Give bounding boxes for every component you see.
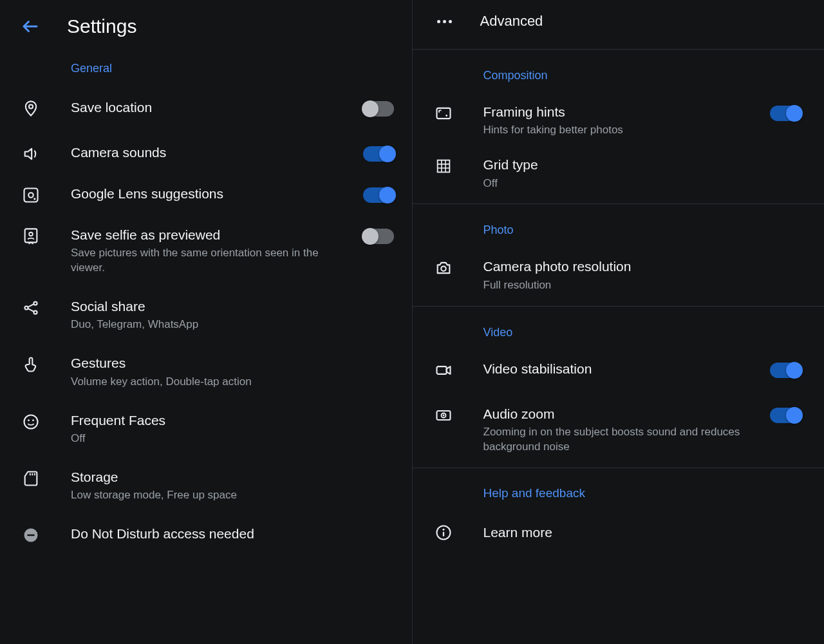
divider xyxy=(413,49,825,50)
row-sub: Low storage mode, Free up space xyxy=(71,488,389,503)
row-title: Social share xyxy=(71,298,389,315)
settings-pane-main: Settings General Save location Camera so… xyxy=(0,0,413,644)
divider xyxy=(413,204,825,204)
svg-point-23 xyxy=(442,529,444,531)
row-gestures[interactable]: Gestures Volume key action, Double-tap a… xyxy=(0,341,412,398)
toggle-camera-sounds[interactable] xyxy=(363,146,394,162)
svg-rect-18 xyxy=(436,366,446,374)
row-title: Save location xyxy=(71,99,348,116)
more-horizontal-icon xyxy=(431,20,452,23)
section-video: Video xyxy=(413,310,825,351)
toggle-framing-hints[interactable] xyxy=(770,106,801,121)
svg-point-10 xyxy=(28,419,30,421)
row-framing-hints[interactable]: Framing hints Hints for taking better ph… xyxy=(413,94,825,147)
audio-zoom-icon xyxy=(435,406,453,424)
sound-icon xyxy=(22,145,40,163)
row-sub: Full resolution xyxy=(483,278,796,293)
row-lens-suggestions[interactable]: Google Lens suggestions xyxy=(0,172,412,213)
row-social-share[interactable]: Social share Duo, Telegram, WhatsApp xyxy=(0,285,412,341)
sd-card-icon xyxy=(22,469,40,488)
row-title: Video stabilisation xyxy=(483,360,755,377)
section-photo: Photo xyxy=(413,208,825,249)
share-icon xyxy=(22,299,40,317)
divider xyxy=(413,306,825,307)
svg-point-17 xyxy=(441,267,445,271)
row-title: Gestures xyxy=(71,354,389,372)
svg-point-7 xyxy=(33,302,37,305)
section-general: General xyxy=(0,58,412,90)
row-sub: Off xyxy=(483,176,796,191)
toggle-save-location[interactable] xyxy=(363,101,394,117)
location-pin-icon xyxy=(22,100,40,118)
info-icon xyxy=(435,524,453,542)
row-title: Do Not Disturb access needed xyxy=(71,525,389,542)
toggle-save-selfie[interactable] xyxy=(363,229,394,244)
svg-rect-16 xyxy=(437,160,449,173)
svg-point-3 xyxy=(33,198,35,200)
svg-point-21 xyxy=(442,414,444,416)
row-dnd[interactable]: Do Not Disturb access needed xyxy=(0,512,412,553)
advanced-header[interactable]: Advanced xyxy=(413,0,825,45)
toggle-lens-suggestions[interactable] xyxy=(363,187,394,203)
dnd-icon xyxy=(22,526,40,544)
header: Settings xyxy=(0,0,412,58)
face-icon xyxy=(22,413,40,431)
svg-point-5 xyxy=(29,232,33,236)
row-title: Learn more xyxy=(483,524,552,541)
back-button[interactable] xyxy=(18,14,42,39)
svg-rect-1 xyxy=(24,189,38,202)
svg-point-11 xyxy=(32,419,34,421)
row-learn-more[interactable]: Learn more xyxy=(413,512,825,553)
svg-point-8 xyxy=(33,311,37,314)
svg-rect-13 xyxy=(27,535,35,536)
toggle-video-stabilisation[interactable] xyxy=(770,363,801,378)
arrow-left-icon xyxy=(21,17,40,36)
row-sub: Hints for taking better photos xyxy=(483,123,755,138)
row-title: Frequent Faces xyxy=(71,412,389,429)
row-sub: Off xyxy=(71,431,389,446)
settings-screen: Settings General Save location Camera so… xyxy=(0,0,824,644)
row-title: Grid type xyxy=(483,156,796,173)
svg-point-0 xyxy=(29,104,33,108)
row-sub: Zooming in on the subject boosts sound a… xyxy=(483,425,755,455)
row-title: Camera sounds xyxy=(71,144,348,161)
row-camera-sounds[interactable]: Camera sounds xyxy=(0,131,412,172)
row-grid-type[interactable]: Grid type Off xyxy=(413,147,825,200)
row-frequent-faces[interactable]: Frequent Faces Off xyxy=(0,399,412,455)
frame-icon xyxy=(435,104,453,122)
row-title: Camera photo resolution xyxy=(483,258,796,275)
svg-point-2 xyxy=(28,193,33,197)
row-save-selfie[interactable]: Save selfie as previewed Save pictures w… xyxy=(0,213,412,285)
section-composition: Composition xyxy=(413,53,825,94)
toggle-audio-zoom[interactable] xyxy=(770,408,801,423)
video-icon xyxy=(435,361,453,379)
settings-pane-advanced: Advanced Composition Framing hints Hints… xyxy=(413,0,825,644)
camera-icon xyxy=(435,259,453,277)
gesture-icon xyxy=(22,355,40,374)
row-title: Storage xyxy=(71,468,389,486)
row-video-stabilisation[interactable]: Video stabilisation xyxy=(413,351,825,392)
row-title: Google Lens suggestions xyxy=(71,185,348,202)
row-title: Framing hints xyxy=(483,103,755,120)
svg-point-6 xyxy=(24,307,28,310)
row-sub: Duo, Telegram, WhatsApp xyxy=(71,317,389,332)
row-sub: Volume key action, Double-tap action xyxy=(71,375,389,390)
row-storage[interactable]: Storage Low storage mode, Free up space xyxy=(0,455,412,512)
lens-icon xyxy=(22,186,40,204)
svg-rect-24 xyxy=(442,532,444,536)
row-title: Save selfie as previewed xyxy=(71,226,348,243)
page-title: Settings xyxy=(67,15,136,37)
section-help: Help and feedback xyxy=(413,472,825,512)
svg-point-15 xyxy=(445,115,447,117)
divider xyxy=(413,468,825,468)
row-sub: Save pictures with the same orientation … xyxy=(71,246,348,276)
svg-point-9 xyxy=(24,415,38,428)
row-save-location[interactable]: Save location xyxy=(0,90,412,131)
grid-icon xyxy=(435,157,453,175)
row-title: Audio zoom xyxy=(483,405,755,422)
selfie-icon xyxy=(22,227,40,245)
advanced-title: Advanced xyxy=(480,13,543,30)
row-photo-resolution[interactable]: Camera photo resolution Full resolution xyxy=(413,249,825,301)
row-audio-zoom[interactable]: Audio zoom Zooming in on the subject boo… xyxy=(413,392,825,464)
svg-rect-14 xyxy=(436,108,450,118)
